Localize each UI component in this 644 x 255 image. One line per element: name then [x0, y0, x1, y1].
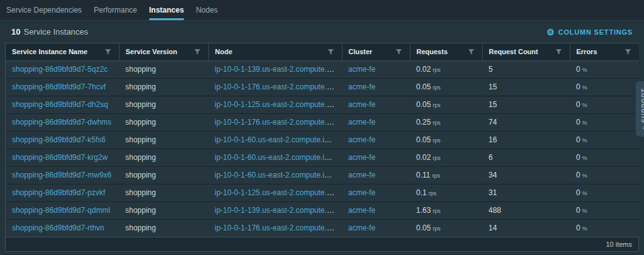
service-version-value: shopping — [125, 171, 156, 179]
table-row[interactable]: shopping-86d9bfd9d7-7hcvf shopping ip-10… — [6, 78, 639, 96]
service-instance-link[interactable]: shopping-86d9bfd9d7-rthvn — [12, 224, 105, 232]
request-count-value: 34 — [489, 171, 497, 179]
requests-unit: rps — [432, 208, 441, 214]
errors-unit: % — [582, 67, 587, 73]
requests-value: 0.1 — [416, 188, 427, 197]
node-link[interactable]: ip-10-0-1-176.us-east-2.compute.internal — [215, 82, 342, 91]
service-version-value: shopping — [125, 65, 156, 74]
gear-icon: ⚙ — [546, 28, 555, 37]
service-version-value: shopping — [125, 100, 156, 109]
requests-unit: rps — [432, 155, 441, 161]
service-instance-link[interactable]: shopping-86d9bfd9d7-k5fs6 — [12, 135, 106, 144]
filter-icon[interactable] — [624, 48, 631, 55]
requests-unit: rps — [432, 102, 441, 108]
request-count-value: 15 — [489, 100, 497, 109]
filter-icon[interactable] — [327, 48, 334, 55]
cluster-link[interactable]: acme-fe — [348, 135, 375, 144]
table-row[interactable]: shopping-86d9bfd9d7-krg2w shopping ip-10… — [6, 149, 639, 166]
cluster-link[interactable]: acme-fe — [348, 118, 375, 127]
cluster-link[interactable]: acme-fe — [348, 224, 375, 232]
requests-value: 0.05 — [416, 82, 431, 91]
node-link[interactable]: ip-10-0-1-60.us-east-2.compute.internal — [215, 153, 342, 162]
request-count-value: 15 — [489, 82, 497, 91]
table-row[interactable]: shopping-86d9bfd9d7-qdmml shopping ip-10… — [6, 201, 639, 219]
request-count-value: 14 — [489, 224, 497, 232]
tab-instances[interactable]: Instances — [149, 0, 184, 20]
table-row[interactable]: shopping-86d9bfd9d7-5qz2c shopping ip-10… — [6, 60, 639, 78]
table-row[interactable]: shopping-86d9bfd9d7-pzvkf shopping ip-10… — [6, 184, 639, 201]
errors-unit: % — [582, 190, 587, 196]
service-instance-link[interactable]: shopping-86d9bfd9d7-krg2w — [12, 153, 108, 162]
column-header-request-count: Request Count — [482, 43, 570, 60]
service-instance-link[interactable]: shopping-86d9bfd9d7-7hcvf — [12, 82, 106, 91]
service-instance-link[interactable]: shopping-86d9bfd9d7-pzvkf — [12, 188, 105, 197]
node-link[interactable]: ip-10-0-1-60.us-east-2.compute.internal — [215, 171, 342, 179]
node-link[interactable]: ip-10-0-1-125.us-east-2.compute.internal — [215, 188, 342, 197]
table-row[interactable]: shopping-86d9bfd9d7-mw9x6 shopping ip-10… — [6, 166, 639, 184]
errors-unit: % — [582, 84, 587, 91]
errors-unit: % — [582, 102, 587, 108]
filter-icon[interactable] — [194, 48, 201, 55]
cluster-link[interactable]: acme-fe — [348, 65, 375, 74]
filter-icon[interactable] — [395, 48, 402, 55]
node-link[interactable]: ip-10-0-1-60.us-east-2.compute.internal — [215, 135, 342, 144]
service-instances-table: Service Instance Name Service Version No… — [5, 43, 639, 252]
service-version-value: shopping — [125, 188, 156, 197]
service-version-value: shopping — [125, 135, 156, 144]
request-count-value: 74 — [489, 118, 497, 127]
filter-icon[interactable] — [468, 48, 475, 55]
service-instance-link[interactable]: shopping-86d9bfd9d7-qdmml — [12, 206, 110, 215]
service-instance-link[interactable]: shopping-86d9bfd9d7-dh2sq — [12, 100, 108, 109]
errors-value: 0 — [576, 224, 580, 232]
column-header-cluster: Cluster — [342, 43, 410, 60]
support-tab[interactable]: « SUPPORT — [636, 81, 644, 137]
service-version-value: shopping — [125, 224, 156, 232]
column-header-service-instance-name: Service Instance Name — [6, 43, 119, 60]
filter-icon[interactable] — [555, 48, 562, 55]
requests-value: 0.02 — [416, 65, 431, 74]
node-link[interactable]: ip-10-0-1-176.us-east-2.compute.internal — [215, 224, 342, 232]
column-settings-button[interactable]: ⚙ COLUMN SETTINGS — [546, 28, 633, 37]
requests-unit: rps — [432, 84, 441, 91]
cluster-link[interactable]: acme-fe — [348, 188, 375, 197]
instance-count-number: 10 — [11, 27, 20, 37]
column-header-node: Node — [208, 43, 342, 60]
errors-unit: % — [582, 173, 587, 179]
tab-service-dependencies[interactable]: Service Dependencies — [6, 0, 82, 20]
node-link[interactable]: ip-10-0-1-125.us-east-2.compute.internal — [215, 100, 342, 109]
tab-performance[interactable]: Performance — [94, 0, 137, 20]
errors-value: 0 — [576, 82, 580, 91]
cluster-link[interactable]: acme-fe — [348, 171, 375, 179]
instance-count: 10Service Instances — [11, 27, 88, 37]
node-link[interactable]: ip-10-0-1-139.us-east-2.compute.internal — [215, 65, 342, 74]
node-link[interactable]: ip-10-0-1-176.us-east-2.compute.internal — [215, 118, 342, 127]
cluster-link[interactable]: acme-fe — [348, 206, 375, 215]
table-row[interactable]: shopping-86d9bfd9d7-dwhms shopping ip-10… — [6, 113, 639, 131]
node-link[interactable]: ip-10-0-1-139.us-east-2.compute.internal — [215, 206, 342, 215]
requests-unit: rps — [432, 120, 441, 126]
support-tab-label: SUPPORT — [641, 88, 644, 123]
table-row[interactable]: shopping-86d9bfd9d7-k5fs6 shopping ip-10… — [6, 131, 639, 149]
column-header-service-version: Service Version — [119, 43, 208, 60]
column-header-requests: Requests — [410, 43, 482, 60]
service-version-value: shopping — [125, 82, 156, 91]
filter-icon[interactable] — [105, 48, 111, 55]
tab-nodes[interactable]: Nodes — [196, 0, 218, 20]
table-footer: 10 items — [6, 237, 638, 251]
request-count-value: 5 — [489, 65, 493, 74]
cluster-link[interactable]: acme-fe — [348, 82, 375, 91]
errors-unit: % — [582, 155, 587, 161]
service-instance-link[interactable]: shopping-86d9bfd9d7-dwhms — [12, 118, 111, 127]
cluster-link[interactable]: acme-fe — [348, 100, 375, 109]
errors-unit: % — [582, 120, 587, 126]
request-count-value: 31 — [489, 188, 497, 197]
requests-value: 0.05 — [416, 224, 431, 232]
table-row[interactable]: shopping-86d9bfd9d7-dh2sq shopping ip-10… — [6, 96, 639, 113]
service-instance-link[interactable]: shopping-86d9bfd9d7-mw9x6 — [12, 171, 111, 179]
request-count-value: 488 — [489, 206, 501, 215]
table-row[interactable]: shopping-86d9bfd9d7-rthvn shopping ip-10… — [6, 219, 639, 237]
cluster-link[interactable]: acme-fe — [348, 153, 375, 162]
service-instance-link[interactable]: shopping-86d9bfd9d7-5qz2c — [12, 65, 108, 74]
requests-value: 0.25 — [416, 118, 431, 127]
instance-count-label: Service Instances — [23, 27, 88, 37]
